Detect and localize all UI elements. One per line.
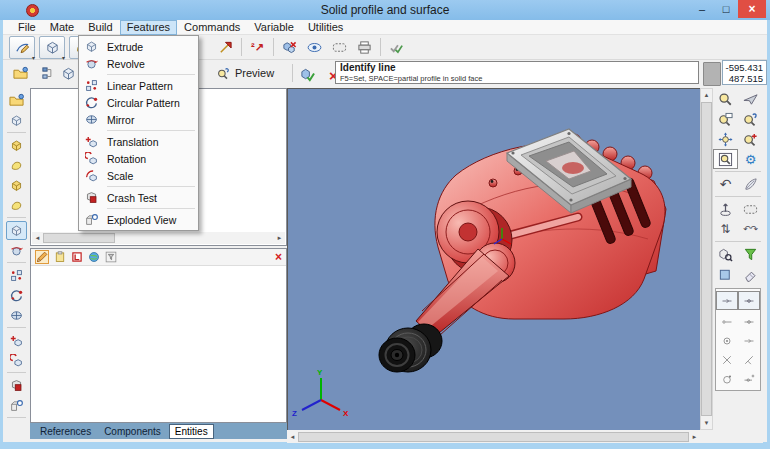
- scroll-up-arrow[interactable]: ▲: [701, 89, 712, 101]
- tree-horizontal-scrollbar[interactable]: ◄ ►: [32, 232, 285, 244]
- snap-intersection-icon[interactable]: [716, 350, 738, 369]
- tab-references[interactable]: References: [35, 425, 96, 438]
- selection-rect-icon[interactable]: [327, 36, 352, 58]
- menu-item-rotation[interactable]: Rotation: [80, 150, 197, 167]
- menu-file[interactable]: File: [11, 21, 43, 34]
- menu-item-crash-test[interactable]: Crash Test: [80, 189, 197, 206]
- exploded-view-icon[interactable]: [6, 396, 27, 415]
- menu-item-scale[interactable]: Scale: [80, 167, 197, 184]
- loft-icon[interactable]: [6, 176, 27, 195]
- dimension-arrow-icon[interactable]: ²↗: [245, 36, 270, 58]
- vertical-pan-icon[interactable]: ⇅: [713, 219, 738, 239]
- move-axis-icon[interactable]: [713, 199, 738, 219]
- tab-entities[interactable]: Entities: [169, 424, 214, 439]
- zoom-previous-icon[interactable]: [738, 109, 763, 129]
- menu-item-mirror[interactable]: Mirror: [80, 111, 197, 128]
- snap-profile-icon[interactable]: [716, 291, 738, 310]
- snap-perpendicular-icon[interactable]: [738, 350, 760, 369]
- verify-checks-icon[interactable]: [384, 36, 409, 58]
- world-icon[interactable]: [88, 251, 100, 263]
- menu-item-circular-pattern[interactable]: Circular Pattern: [80, 94, 197, 111]
- open-file-icon[interactable]: [8, 62, 33, 84]
- prompt-options-button[interactable]: [703, 62, 721, 86]
- solid-cube-button[interactable]: [39, 36, 65, 59]
- selection-rect-icon[interactable]: [738, 199, 763, 219]
- snap-end-icon[interactable]: [716, 312, 738, 331]
- rotation-icon[interactable]: [6, 351, 27, 370]
- undo-view-icon[interactable]: ↶: [713, 174, 738, 194]
- view-cube-icon[interactable]: [713, 244, 738, 264]
- menu-mate[interactable]: Mate: [43, 21, 81, 34]
- point-flag-icon[interactable]: [213, 36, 238, 58]
- print-icon[interactable]: [352, 36, 377, 58]
- close-button[interactable]: ×: [738, 0, 766, 18]
- crash-test-icon[interactable]: [6, 376, 27, 395]
- apply-button[interactable]: [295, 63, 320, 85]
- menu-variable[interactable]: Variable: [247, 21, 301, 34]
- viewport-horizontal-scrollbar[interactable]: ◄ ►: [287, 430, 700, 443]
- open-file-icon[interactable]: [6, 91, 27, 110]
- zoom-window-icon[interactable]: [713, 109, 738, 129]
- zoom-box-icon[interactable]: [713, 149, 738, 169]
- scroll-down-arrow[interactable]: ▼: [701, 417, 712, 429]
- dynamic-view-icon[interactable]: [738, 89, 763, 109]
- snap-horizontal-icon[interactable]: [738, 331, 760, 350]
- menu-item-extrude[interactable]: Extrude: [80, 38, 197, 55]
- menu-features[interactable]: Features: [120, 20, 177, 35]
- snap-mid-icon[interactable]: [738, 312, 760, 331]
- view-settings-icon[interactable]: ⚙: [738, 149, 763, 169]
- snap-nearest-icon[interactable]: [738, 369, 760, 388]
- log-icon[interactable]: [71, 251, 83, 263]
- scroll-left-arrow[interactable]: ◄: [32, 232, 43, 244]
- mirror-icon[interactable]: [6, 306, 27, 325]
- scroll-thumb[interactable]: [298, 432, 689, 442]
- scroll-left-arrow[interactable]: ◄: [287, 431, 298, 443]
- menu-commands[interactable]: Commands: [177, 21, 247, 34]
- maximize-button[interactable]: □: [714, 0, 738, 18]
- sketch-button[interactable]: [9, 36, 35, 59]
- minimize-button[interactable]: –: [690, 0, 714, 18]
- menu-item-revolve[interactable]: Revolve: [80, 55, 197, 72]
- filter-entities-icon[interactable]: [738, 244, 763, 264]
- zoom-in-icon[interactable]: [738, 129, 763, 149]
- view-eye-icon[interactable]: [302, 36, 327, 58]
- solid-cube-icon[interactable]: [6, 111, 27, 130]
- tab-components[interactable]: Components: [99, 425, 166, 438]
- delete-solid-icon[interactable]: [277, 36, 302, 58]
- filter-icon[interactable]: [105, 251, 117, 263]
- edit-pencil-icon[interactable]: [35, 250, 49, 264]
- plane-view-icon[interactable]: [713, 264, 738, 284]
- chamfer-icon[interactable]: [6, 156, 27, 175]
- entities-panel[interactable]: ×: [30, 248, 287, 423]
- menu-item-linear-pattern[interactable]: Linear Pattern: [80, 77, 197, 94]
- menu-build[interactable]: Build: [81, 21, 119, 34]
- undo-redo-icon[interactable]: ↶↷: [738, 219, 763, 239]
- extrude-face-icon[interactable]: [6, 136, 27, 155]
- viewport-vertical-scrollbar[interactable]: ▲ ▼: [700, 88, 713, 430]
- snap-center-icon[interactable]: [716, 331, 738, 350]
- panel-close-button[interactable]: ×: [275, 251, 282, 263]
- scroll-right-arrow[interactable]: ►: [274, 232, 285, 244]
- menu-item-translation[interactable]: Translation: [80, 133, 197, 150]
- scroll-right-arrow[interactable]: ►: [689, 431, 700, 443]
- linear-pattern-icon[interactable]: [6, 266, 27, 285]
- scroll-thumb[interactable]: [701, 102, 712, 416]
- snap-tangent-icon[interactable]: [716, 369, 738, 388]
- menu-item-exploded-view[interactable]: Exploded View: [80, 211, 197, 228]
- snap-constraint-icon[interactable]: [738, 291, 760, 310]
- sweep-icon[interactable]: [6, 196, 27, 215]
- menu-utilities[interactable]: Utilities: [301, 21, 350, 34]
- clipboard-icon[interactable]: [54, 251, 66, 263]
- scroll-thumb[interactable]: [43, 233, 115, 243]
- erase-icon[interactable]: [738, 264, 763, 284]
- render-icon[interactable]: [738, 174, 763, 194]
- prompt-box[interactable]: Identify line F5=Set, SPACE=partial prof…: [335, 61, 699, 84]
- circular-pattern-icon[interactable]: [6, 286, 27, 305]
- viewport-canvas[interactable]: Y X Z: [287, 88, 700, 430]
- pan-icon[interactable]: [713, 129, 738, 149]
- preview-button[interactable]: Preview: [211, 63, 280, 83]
- revolve-icon[interactable]: [6, 241, 27, 260]
- translation-icon[interactable]: [6, 331, 27, 350]
- zoom-icon[interactable]: [713, 89, 738, 109]
- extrude-icon[interactable]: [6, 221, 27, 240]
